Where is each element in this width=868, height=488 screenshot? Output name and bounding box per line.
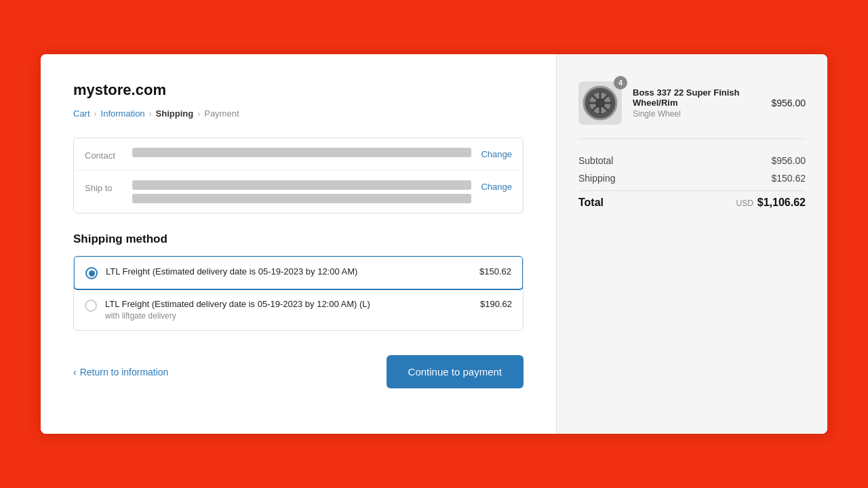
option-2-details: LTL Freight (Estimated delivery date is … bbox=[105, 299, 472, 321]
shipping-row: Shipping $150.62 bbox=[578, 173, 806, 184]
info-box: Contact Change Ship to Change bbox=[73, 138, 524, 214]
shipping-method-title: Shipping method bbox=[73, 232, 524, 246]
shipping-label: Shipping bbox=[578, 173, 616, 184]
contact-value bbox=[132, 148, 471, 157]
wheel-icon bbox=[583, 85, 618, 121]
product-name: Boss 337 22 Super Finish Wheel/Rim bbox=[633, 87, 752, 108]
product-info: Boss 337 22 Super Finish Wheel/Rim Singl… bbox=[633, 87, 752, 119]
ship-to-change-link[interactable]: Change bbox=[481, 180, 512, 192]
ship-to-skeleton-2 bbox=[132, 194, 471, 203]
subtotal-value: $956.00 bbox=[771, 155, 806, 166]
actions-row: ‹ Return to information Continue to paym… bbox=[73, 355, 524, 388]
breadcrumb-sep-1: › bbox=[94, 109, 97, 119]
left-panel: mystore.com Cart › Information › Shippin… bbox=[41, 54, 556, 434]
product-row: 4 Boss 337 22 Super Finish Wheel/Rim Sin… bbox=[578, 81, 806, 139]
total-label: Total bbox=[578, 197, 604, 209]
radio-option-2[interactable] bbox=[85, 300, 97, 312]
product-image bbox=[578, 81, 622, 125]
back-chevron-icon: ‹ bbox=[73, 367, 77, 378]
ship-to-row: Ship to Change bbox=[74, 171, 523, 213]
total-value: $1,106.62 bbox=[757, 197, 806, 209]
breadcrumb: Cart › Information › Shipping › Payment bbox=[73, 108, 524, 119]
option-2-sublabel: with liftgate delivery bbox=[105, 311, 472, 321]
radio-option-1[interactable] bbox=[85, 267, 98, 279]
breadcrumb-cart[interactable]: Cart bbox=[73, 108, 90, 119]
breadcrumb-shipping: Shipping bbox=[156, 108, 194, 119]
contact-row: Contact Change bbox=[74, 138, 523, 171]
product-sub: Single Wheel bbox=[633, 109, 752, 119]
option-2-label: LTL Freight (Estimated delivery date is … bbox=[105, 299, 472, 309]
option-1-price: $150.62 bbox=[479, 266, 511, 277]
shipping-options: LTL Freight (Estimated delivery date is … bbox=[73, 256, 524, 331]
total-row: Total USD $1,106.62 bbox=[578, 190, 806, 209]
back-link-label: Return to information bbox=[80, 367, 169, 378]
shipping-option-2[interactable]: LTL Freight (Estimated delivery date is … bbox=[74, 289, 523, 330]
option-1-details: LTL Freight (Estimated delivery date is … bbox=[106, 266, 471, 277]
shipping-option-1[interactable]: LTL Freight (Estimated delivery date is … bbox=[73, 256, 524, 290]
option-2-price: $190.62 bbox=[480, 299, 512, 309]
contact-skeleton bbox=[132, 148, 471, 157]
breadcrumb-sep-2: › bbox=[149, 109, 152, 119]
store-name: mystore.com bbox=[73, 81, 524, 99]
breadcrumb-information[interactable]: Information bbox=[101, 108, 145, 119]
ship-to-value bbox=[132, 180, 471, 203]
option-1-label: LTL Freight (Estimated delivery date is … bbox=[106, 266, 471, 277]
product-badge: 4 bbox=[614, 76, 627, 89]
product-price: $956.00 bbox=[771, 98, 806, 108]
ship-to-skeleton-1 bbox=[132, 180, 471, 190]
subtotal-row: Subtotal $956.00 bbox=[578, 155, 806, 166]
checkout-container: mystore.com Cart › Information › Shippin… bbox=[41, 54, 827, 434]
product-image-wrap: 4 bbox=[578, 81, 622, 125]
ship-to-label: Ship to bbox=[85, 180, 132, 193]
shipping-value: $150.62 bbox=[771, 173, 806, 184]
total-currency: USD bbox=[736, 199, 753, 208]
right-panel: 4 Boss 337 22 Super Finish Wheel/Rim Sin… bbox=[556, 54, 827, 434]
total-right: USD $1,106.62 bbox=[736, 197, 806, 209]
contact-change-link[interactable]: Change bbox=[481, 148, 512, 159]
breadcrumb-payment: Payment bbox=[204, 108, 239, 119]
continue-button[interactable]: Continue to payment bbox=[387, 355, 524, 388]
breadcrumb-sep-3: › bbox=[197, 109, 200, 119]
back-link[interactable]: ‹ Return to information bbox=[73, 367, 168, 378]
contact-label: Contact bbox=[85, 148, 132, 161]
subtotal-label: Subtotal bbox=[578, 155, 613, 166]
